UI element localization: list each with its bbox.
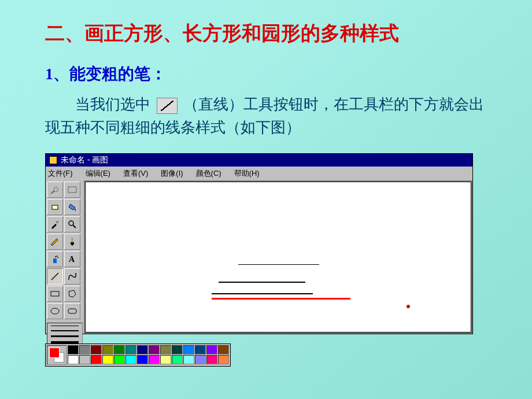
color-swatch[interactable] xyxy=(79,355,90,364)
free-select-icon[interactable] xyxy=(47,182,63,198)
section-title: 二、画正方形、长方形和园形的多种样式 xyxy=(0,0,532,47)
drawn-line-2 xyxy=(219,282,305,283)
body-before: 当我们选中 xyxy=(75,96,150,113)
svg-point-8 xyxy=(57,257,58,258)
menu-image[interactable]: 图像(I) xyxy=(161,168,183,179)
color-swatch[interactable] xyxy=(183,345,194,354)
svg-line-4 xyxy=(73,225,76,228)
spray-icon[interactable] xyxy=(47,251,63,267)
svg-rect-14 xyxy=(68,309,76,313)
color-swatch[interactable] xyxy=(68,355,79,364)
toolbox: A xyxy=(46,180,84,334)
eraser-icon[interactable] xyxy=(47,199,63,215)
menu-file[interactable]: 文件(F) xyxy=(48,168,73,179)
fill-icon[interactable] xyxy=(64,199,80,215)
color-swatch[interactable] xyxy=(172,345,183,354)
svg-rect-6 xyxy=(53,258,57,263)
svg-line-11 xyxy=(51,273,58,280)
foreground-color-swatch xyxy=(49,348,60,358)
color-swatch[interactable] xyxy=(149,355,160,364)
line-icon[interactable] xyxy=(47,268,63,285)
curve-icon[interactable] xyxy=(64,268,80,285)
color-swatch[interactable] xyxy=(149,345,160,354)
menu-help[interactable]: 帮助(H) xyxy=(234,168,260,179)
pencil-icon[interactable] xyxy=(47,234,63,250)
polygon-icon[interactable] xyxy=(64,286,80,302)
menubar: 文件(F) 编辑(E) 查看(V) 图像(I) 颜色(C) 帮助(H) xyxy=(46,167,472,180)
canvas-container xyxy=(84,180,472,334)
color-swatch[interactable] xyxy=(125,355,136,364)
text-icon[interactable]: A xyxy=(64,251,80,267)
color-swatch[interactable] xyxy=(102,345,113,354)
svg-rect-5 xyxy=(71,238,73,242)
svg-point-13 xyxy=(51,308,59,314)
svg-point-3 xyxy=(69,221,73,226)
ellipse-icon[interactable] xyxy=(47,303,63,319)
line-tool-inline-icon xyxy=(157,98,178,114)
color-swatch[interactable] xyxy=(160,345,171,354)
thickness-1[interactable] xyxy=(51,326,79,326)
dropper-icon[interactable] xyxy=(47,216,63,232)
brush-icon[interactable] xyxy=(64,234,80,250)
color-swatch[interactable] xyxy=(195,355,206,364)
app-icon xyxy=(49,156,57,164)
window-title: 未命名 - 画图 xyxy=(61,155,108,165)
color-swatch[interactable] xyxy=(172,355,183,364)
svg-rect-12 xyxy=(51,291,59,296)
color-swatch[interactable] xyxy=(160,355,171,364)
color-swatch[interactable] xyxy=(195,345,206,354)
color-swatch[interactable] xyxy=(125,345,136,354)
color-swatch[interactable] xyxy=(218,355,229,364)
color-swatch[interactable] xyxy=(114,345,125,354)
color-swatch[interactable] xyxy=(79,345,90,354)
red-dot xyxy=(407,305,410,308)
drawn-line-3 xyxy=(212,293,313,294)
thickness-3[interactable] xyxy=(51,335,79,337)
canvas[interactable] xyxy=(85,182,471,332)
titlebar: 未命名 - 画图 xyxy=(46,154,472,167)
thickness-2[interactable] xyxy=(51,330,79,331)
color-swatch[interactable] xyxy=(206,355,217,364)
subsection-title: 1、能变粗的笔： xyxy=(0,47,532,85)
color-swatch[interactable] xyxy=(114,355,125,364)
zoom-icon[interactable] xyxy=(64,216,80,232)
svg-text:A: A xyxy=(69,255,75,264)
menu-color[interactable]: 颜色(C) xyxy=(196,168,221,179)
current-colors[interactable] xyxy=(47,345,66,365)
svg-rect-0 xyxy=(68,187,76,193)
svg-point-9 xyxy=(55,256,56,257)
roundrect-icon[interactable] xyxy=(64,303,80,319)
svg-rect-2 xyxy=(56,221,58,223)
menu-view[interactable]: 查看(V) xyxy=(123,168,148,179)
color-swatch[interactable] xyxy=(102,355,113,364)
drawn-line-1 xyxy=(238,264,319,265)
paint-window: 未命名 - 画图 文件(F) 编辑(E) 查看(V) 图像(I) 颜色(C) 帮… xyxy=(45,153,473,334)
color-swatch[interactable] xyxy=(206,345,217,354)
rect-icon[interactable] xyxy=(47,286,63,302)
color-swatch[interactable] xyxy=(218,345,229,354)
rect-select-icon[interactable] xyxy=(64,182,80,198)
svg-point-7 xyxy=(56,256,57,257)
color-swatch[interactable] xyxy=(183,355,194,364)
color-swatch[interactable] xyxy=(68,345,79,354)
drawn-line-4 xyxy=(212,298,350,300)
color-swatch[interactable] xyxy=(137,345,148,354)
menu-edit[interactable]: 编辑(E) xyxy=(86,168,110,179)
color-swatch[interactable] xyxy=(91,355,102,364)
body-paragraph: 当我们选中 （直线）工具按钮时，在工具栏的下方就会出现五种不同粗细的线条样式（如… xyxy=(0,85,532,140)
color-swatch[interactable] xyxy=(91,345,102,354)
svg-rect-1 xyxy=(52,205,58,209)
color-swatch[interactable] xyxy=(137,355,148,364)
color-palette xyxy=(45,343,231,367)
